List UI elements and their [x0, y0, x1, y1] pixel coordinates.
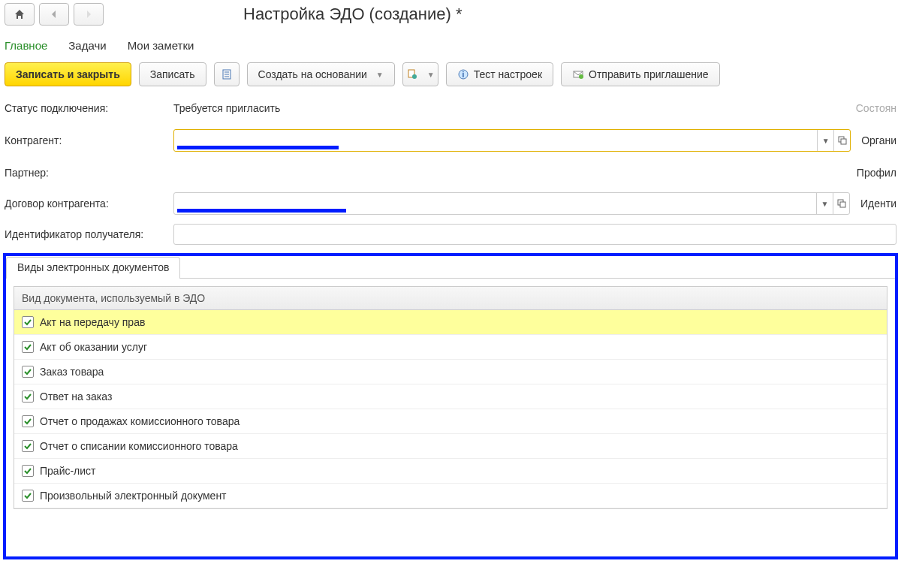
table-row[interactable]: Заказ товара [14, 360, 887, 384]
table-row[interactable]: Отчет о списании комиссионного товара [14, 434, 887, 459]
row-label: Прайс-лист [40, 465, 96, 477]
open-icon [838, 136, 847, 145]
table-row[interactable]: Отчет о продажах комиссионного товара [14, 409, 887, 434]
form: Статус подключения: Требуется пригласить… [0, 94, 901, 249]
arrow-right-icon [83, 8, 95, 20]
contract-label: Договор контрагента: [5, 198, 173, 210]
check-icon [23, 392, 32, 401]
partner-side-label: Профил [857, 167, 896, 179]
check-icon [23, 342, 32, 351]
row-label: Произвольный электронный документ [40, 490, 227, 502]
row-label: Ответ на заказ [40, 390, 112, 403]
checkbox[interactable] [22, 316, 34, 328]
checkbox[interactable] [22, 341, 34, 353]
svg-text:i: i [462, 71, 464, 79]
envelope-icon [572, 68, 584, 80]
status-label: Статус подключения: [5, 102, 173, 114]
check-icon [23, 466, 32, 475]
check-icon [23, 318, 32, 327]
row-label: Акт на передачу прав [40, 316, 145, 328]
dropdown-button[interactable]: ▼ [817, 130, 833, 151]
contragent-field[interactable]: ▼ [173, 129, 851, 152]
status-value: Требуется пригласить [173, 102, 280, 114]
table-row[interactable]: Акт об оказании услуг [14, 335, 887, 360]
table-row[interactable]: Ответ на заказ [14, 384, 887, 409]
table-row[interactable]: Прайс-лист [14, 459, 887, 484]
info-icon: i [457, 68, 469, 80]
save-and-close-button[interactable]: Записать и закрыть [5, 62, 131, 86]
partner-label: Партнер: [5, 167, 173, 179]
list-button[interactable] [214, 62, 240, 86]
tab-doc-types[interactable]: Виды электронных документов [6, 257, 180, 279]
recipient-id-input[interactable] [173, 224, 896, 245]
checkbox[interactable] [22, 440, 34, 452]
test-settings-button[interactable]: i Тест настроек [446, 62, 553, 86]
table-row[interactable]: Произвольный электронный документ [14, 484, 887, 508]
row-label: Отчет о списании комиссионного товара [40, 440, 238, 452]
check-icon [23, 417, 32, 426]
save-button[interactable]: Записать [139, 62, 206, 86]
recipient-id-label: Идентификатор получателя: [5, 228, 173, 240]
create-based-label: Создать на основании [258, 68, 367, 80]
action-dropdown-button[interactable]: ▼ [402, 62, 438, 86]
contragent-label: Контрагент: [5, 134, 173, 146]
page-title: Настройка ЭДО (создание) * [243, 5, 463, 24]
checkbox[interactable] [22, 465, 34, 477]
row-label: Акт об оказании услуг [40, 341, 147, 353]
checkbox[interactable] [22, 366, 34, 378]
table-row[interactable]: Акт на передачу прав [14, 310, 887, 335]
arrow-left-icon [48, 8, 60, 20]
back-button[interactable] [39, 3, 69, 26]
doc-types-grid: Вид документа, используемый в ЭДО Акт на… [14, 286, 887, 509]
checkbox[interactable] [22, 490, 34, 502]
check-icon [23, 491, 32, 500]
tab-tasks[interactable]: Задачи [68, 39, 106, 52]
top-tabs: Главное Задачи Мои заметки [0, 26, 901, 59]
check-icon [23, 442, 32, 451]
test-settings-label: Тест настроек [474, 68, 542, 80]
toolbar: Записать и закрыть Записать Создать на о… [0, 59, 901, 94]
tab-main[interactable]: Главное [5, 39, 47, 52]
contract-field[interactable]: ▼ [173, 192, 850, 215]
redacted-value [177, 209, 346, 213]
open-icon [837, 199, 846, 208]
open-button[interactable] [833, 193, 849, 214]
status-side-label: Состоян [856, 102, 896, 114]
chevron-down-icon: ▼ [376, 71, 384, 79]
home-button[interactable] [5, 3, 35, 26]
home-icon [14, 8, 26, 20]
save-and-close-label: Записать и закрыть [16, 68, 120, 80]
svg-point-5 [412, 74, 417, 79]
forward-button[interactable] [74, 3, 104, 26]
svg-rect-11 [841, 139, 846, 144]
dropdown-button[interactable]: ▼ [816, 193, 833, 214]
contragent-side-label: Органи [861, 134, 896, 146]
checkbox[interactable] [22, 415, 34, 427]
checkbox[interactable] [22, 390, 34, 403]
contract-side-label: Иденти [860, 198, 896, 210]
grid-header: Вид документа, используемый в ЭДО [14, 287, 887, 310]
svg-rect-13 [840, 202, 845, 207]
check-icon [23, 367, 32, 376]
create-based-on-button[interactable]: Создать на основании ▼ [247, 62, 395, 86]
list-icon [221, 68, 233, 80]
tab-notes[interactable]: Мои заметки [128, 39, 194, 52]
svg-point-9 [579, 74, 583, 79]
document-icon [406, 68, 418, 80]
doc-types-section: Виды электронных документов Вид документ… [3, 253, 898, 559]
redacted-value [177, 146, 339, 149]
open-button[interactable] [833, 130, 850, 151]
row-label: Заказ товара [40, 366, 104, 378]
row-label: Отчет о продажах комиссионного товара [40, 415, 240, 427]
send-invite-label: Отправить приглашение [589, 68, 709, 80]
save-label: Записать [150, 68, 195, 80]
send-invite-button[interactable]: Отправить приглашение [561, 62, 720, 86]
chevron-down-icon: ▼ [427, 71, 435, 79]
